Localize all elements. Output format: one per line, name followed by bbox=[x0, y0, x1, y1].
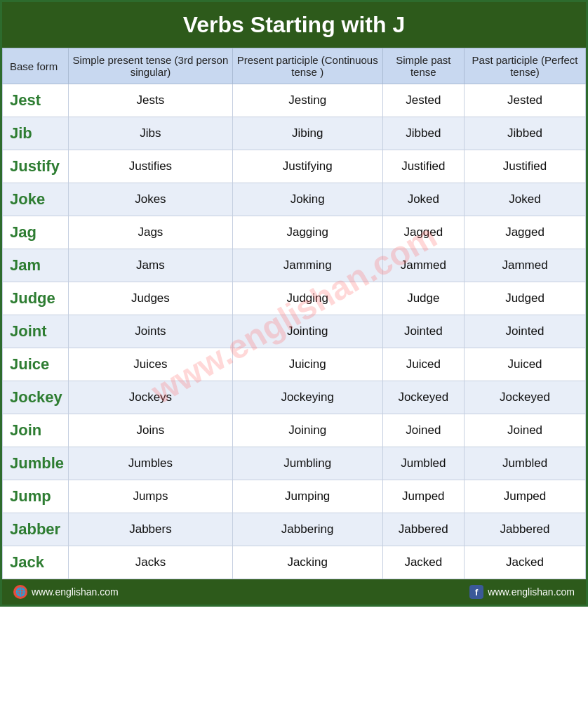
cell-base: Jag bbox=[3, 216, 69, 249]
table-row: JumbleJumblesJumblingJumbledJumbled bbox=[3, 447, 586, 480]
col-present-participle: Present participle (Continuous tense ) bbox=[232, 48, 382, 84]
table-row: JustifyJustifiesJustifyingJustifiedJusti… bbox=[3, 150, 586, 183]
cell-present: Jointing bbox=[232, 315, 382, 348]
cell-simple: Joins bbox=[69, 414, 233, 447]
cell-past: Jibbed bbox=[382, 117, 464, 150]
footer-right: f www.englishan.com bbox=[469, 585, 575, 599]
cell-present: Joking bbox=[232, 183, 382, 216]
cell-present: Judging bbox=[232, 282, 382, 315]
cell-base: Jack bbox=[3, 546, 69, 579]
cell-present: Jesting bbox=[232, 84, 382, 117]
cell-past-participle: Joked bbox=[465, 183, 586, 216]
col-past-participle: Past participle (Perfect tense) bbox=[465, 48, 586, 84]
cell-simple: Joints bbox=[69, 315, 233, 348]
cell-base: Jest bbox=[3, 84, 69, 117]
table-row: JibJibsJibingJibbedJibbed bbox=[3, 117, 586, 150]
cell-past-participle: Jabbered bbox=[465, 513, 586, 546]
table-row: JudgeJudgesJudgingJudgeJudged bbox=[3, 282, 586, 315]
footer-left: 🌐 www.englishan.com bbox=[13, 585, 119, 599]
cell-base: Jam bbox=[3, 249, 69, 282]
cell-base: Judge bbox=[3, 282, 69, 315]
table-row: JointJointsJointingJointedJointed bbox=[3, 315, 586, 348]
col-base-form: Base form bbox=[3, 48, 69, 84]
footer: 🌐 www.englishan.com f www.englishan.com bbox=[2, 579, 586, 605]
cell-past-participle: Justified bbox=[465, 150, 586, 183]
cell-past: Jabbered bbox=[382, 513, 464, 546]
table-row: JagJagsJaggingJaggedJagged bbox=[3, 216, 586, 249]
cell-past: Jacked bbox=[382, 546, 464, 579]
cell-present: Jabbering bbox=[232, 513, 382, 546]
facebook-icon: f bbox=[469, 585, 483, 599]
cell-base: Jabber bbox=[3, 513, 69, 546]
table-row: JestJestsJestingJestedJested bbox=[3, 84, 586, 117]
cell-past: Juiced bbox=[382, 348, 464, 381]
cell-present: Jagging bbox=[232, 216, 382, 249]
cell-past-participle: Jibbed bbox=[465, 117, 586, 150]
footer-website1: www.englishan.com bbox=[32, 586, 119, 598]
cell-past: Justified bbox=[382, 150, 464, 183]
cell-past-participle: Jumped bbox=[465, 480, 586, 513]
cell-base: Juice bbox=[3, 348, 69, 381]
cell-present: Jibing bbox=[232, 117, 382, 150]
cell-past: Joined bbox=[382, 414, 464, 447]
cell-simple: Justifies bbox=[69, 150, 233, 183]
col-simple-past: Simple past tense bbox=[382, 48, 464, 84]
cell-simple: Jibs bbox=[69, 117, 233, 150]
cell-past: Jointed bbox=[382, 315, 464, 348]
cell-simple: Jabbers bbox=[69, 513, 233, 546]
cell-past: Judge bbox=[382, 282, 464, 315]
cell-present: Joining bbox=[232, 414, 382, 447]
main-container: Verbs Starting with J www.englishan.com … bbox=[0, 0, 588, 607]
cell-simple: Jumbles bbox=[69, 447, 233, 480]
cell-simple: Jockeys bbox=[69, 381, 233, 414]
cell-present: Juicing bbox=[232, 348, 382, 381]
col-simple-present: Simple present tense (3rd person singula… bbox=[69, 48, 233, 84]
cell-present: Jamming bbox=[232, 249, 382, 282]
table-header-row: Base form Simple present tense (3rd pers… bbox=[3, 48, 586, 84]
table-row: JoinJoinsJoiningJoinedJoined bbox=[3, 414, 586, 447]
cell-base: Joke bbox=[3, 183, 69, 216]
cell-base: Jockey bbox=[3, 381, 69, 414]
cell-past-participle: Jagged bbox=[465, 216, 586, 249]
table-row: JuiceJuicesJuicingJuicedJuiced bbox=[3, 348, 586, 381]
cell-past: Joked bbox=[382, 183, 464, 216]
cell-past: Jagged bbox=[382, 216, 464, 249]
table-row: JumpJumpsJumpingJumpedJumped bbox=[3, 480, 586, 513]
cell-base: Join bbox=[3, 414, 69, 447]
cell-base: Justify bbox=[3, 150, 69, 183]
cell-past-participle: Jumbled bbox=[465, 447, 586, 480]
cell-simple: Jokes bbox=[69, 183, 233, 216]
cell-past: Jumped bbox=[382, 480, 464, 513]
table-row: JockeyJockeysJockeyingJockeyedJockeyed bbox=[3, 381, 586, 414]
cell-present: Jumbling bbox=[232, 447, 382, 480]
cell-present: Jumping bbox=[232, 480, 382, 513]
cell-past-participle: Jested bbox=[465, 84, 586, 117]
cell-past-participle: Judged bbox=[465, 282, 586, 315]
page-title: Verbs Starting with J bbox=[2, 2, 586, 48]
cell-simple: Judges bbox=[69, 282, 233, 315]
cell-base: Jump bbox=[3, 480, 69, 513]
table-row: JokeJokesJokingJokedJoked bbox=[3, 183, 586, 216]
cell-present: Justifying bbox=[232, 150, 382, 183]
cell-past-participle: Jammed bbox=[465, 249, 586, 282]
globe-icon: 🌐 bbox=[13, 585, 27, 599]
cell-simple: Jumps bbox=[69, 480, 233, 513]
cell-past-participle: Jacked bbox=[465, 546, 586, 579]
cell-simple: Jests bbox=[69, 84, 233, 117]
cell-past: Jumbled bbox=[382, 447, 464, 480]
cell-simple: Jacks bbox=[69, 546, 233, 579]
cell-simple: Jams bbox=[69, 249, 233, 282]
cell-past: Jockeyed bbox=[382, 381, 464, 414]
cell-simple: Juices bbox=[69, 348, 233, 381]
footer-website2: www.englishan.com bbox=[488, 586, 575, 598]
table-row: JackJacksJackingJackedJacked bbox=[3, 546, 586, 579]
table-row: JabberJabbersJabberingJabberedJabbered bbox=[3, 513, 586, 546]
cell-past: Jammed bbox=[382, 249, 464, 282]
cell-base: Joint bbox=[3, 315, 69, 348]
cell-past-participle: Jockeyed bbox=[465, 381, 586, 414]
cell-past: Jested bbox=[382, 84, 464, 117]
cell-base: Jumble bbox=[3, 447, 69, 480]
cell-past-participle: Jointed bbox=[465, 315, 586, 348]
table-row: JamJamsJammingJammedJammed bbox=[3, 249, 586, 282]
cell-past-participle: Joined bbox=[465, 414, 586, 447]
